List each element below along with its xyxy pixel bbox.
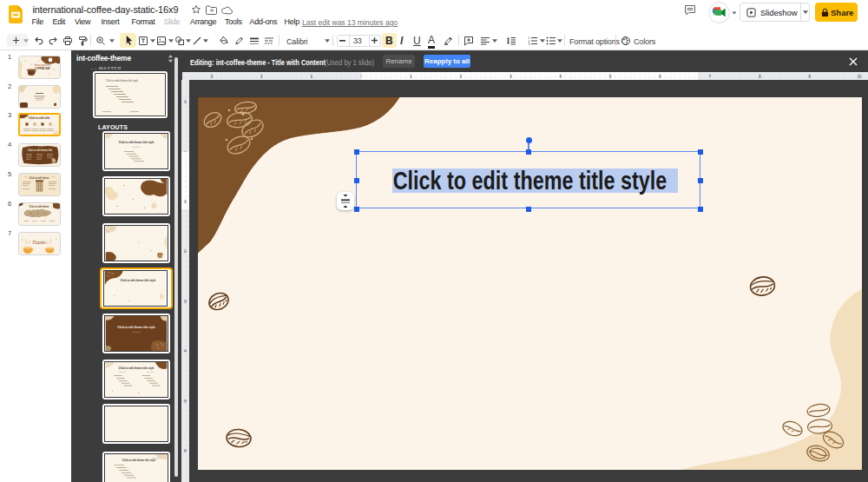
svg-text:Text text: Text text [119, 371, 127, 373]
svg-text:5: 5 [184, 399, 187, 404]
svg-text:1: 1 [184, 199, 187, 204]
svg-text:1: 1 [311, 74, 313, 79]
svg-text:Text text: Text text [147, 371, 155, 373]
svg-text:10: 10 [857, 74, 862, 79]
svg-text:1: 1 [410, 74, 412, 79]
svg-text:4: 4 [559, 74, 562, 79]
svg-text:5: 5 [609, 74, 612, 79]
svg-text:6: 6 [659, 74, 661, 79]
svg-text:Click to edit theme: Click to edit theme [29, 205, 49, 208]
svg-text:9: 9 [808, 74, 811, 79]
svg-text:Click to edit theme title styl: Click to edit theme title style [119, 366, 155, 370]
svg-text:3: 3 [184, 299, 187, 304]
svg-text:Click to edit theme title styl: Click to edit theme title style [117, 326, 155, 329]
svg-text:8: 8 [759, 74, 761, 79]
svg-text:COFFEE DAY: COFFEE DAY [35, 67, 50, 70]
svg-text:Click to edit theme title styl: Click to edit theme title style [122, 459, 156, 462]
svg-text:Thanks: Thanks [32, 240, 46, 245]
svg-text:1: 1 [184, 99, 187, 104]
svg-text:Click to edit theme title styl: Click to edit theme title style [106, 79, 139, 83]
svg-text:Text text: Text text [152, 457, 160, 459]
svg-text:Text text: Text text [132, 146, 141, 149]
svg-text:2: 2 [260, 74, 263, 79]
svg-text:2: 2 [184, 248, 187, 254]
svg-text:Click to edit theme title styl: Click to edit theme title style [120, 279, 155, 282]
svg-text:3: 3 [510, 74, 512, 79]
svg-text:Click to edit theme: Click to edit theme [29, 176, 49, 180]
svg-text:2: 2 [460, 74, 463, 79]
svg-text:3: 3 [211, 74, 214, 79]
svg-text:6: 6 [184, 448, 187, 453]
svg-text:Click to edit theme title styl: Click to edit theme title style [119, 141, 155, 144]
svg-text:4: 4 [184, 348, 187, 353]
svg-text:7: 7 [709, 74, 712, 79]
svg-text:Text text: Text text [132, 331, 141, 333]
svg-text:Click to edit title: Click to edit title [29, 116, 50, 120]
svg-text:Click to edit theme title: Click to edit theme title [28, 149, 53, 152]
svg-text:3: 3 [529, 43, 530, 46]
